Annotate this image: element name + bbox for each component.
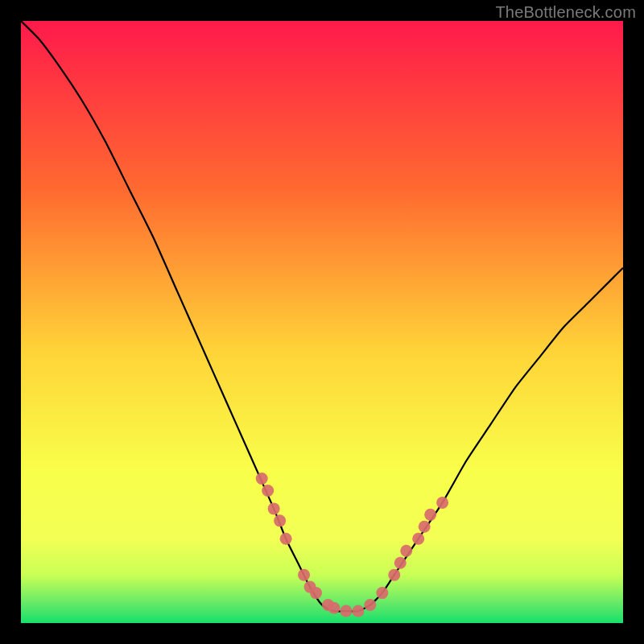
- marker-dot: [274, 514, 286, 526]
- marker-dot: [298, 569, 310, 581]
- marker-dot: [419, 521, 431, 533]
- marker-dot: [310, 587, 322, 599]
- marker-dot: [328, 602, 340, 614]
- marker-dot: [394, 557, 407, 569]
- marker-dot: [256, 473, 268, 485]
- marker-dot: [436, 497, 448, 509]
- watermark-text: TheBottleneck.com: [495, 3, 636, 22]
- marker-dot: [340, 605, 352, 617]
- marker-dot: [376, 587, 388, 599]
- marker-dot: [400, 545, 412, 557]
- marker-dot: [388, 569, 400, 581]
- marker-dot: [280, 533, 292, 545]
- marker-dot: [352, 605, 364, 617]
- marker-dot: [412, 533, 424, 545]
- marker-dot: [424, 509, 436, 521]
- chart-frame: [21, 21, 623, 623]
- marker-dot: [262, 485, 274, 497]
- gradient-background: [21, 21, 623, 623]
- bottleneck-chart: [21, 21, 623, 623]
- marker-dot: [364, 599, 376, 611]
- marker-dot: [268, 502, 280, 514]
